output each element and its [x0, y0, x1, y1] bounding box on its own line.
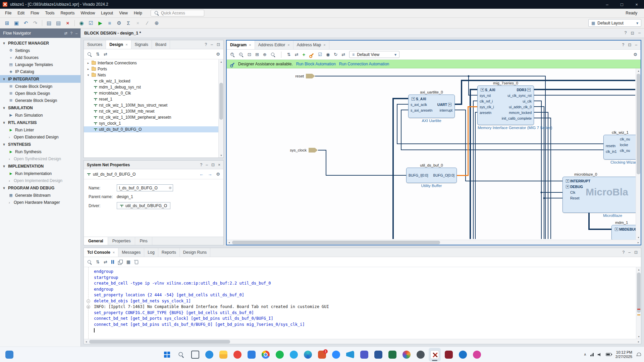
diagram-horizontal-scrollbar[interactable]: ◂ ▸	[227, 240, 641, 245]
expand-collapse-icon[interactable]: ⇅	[96, 259, 100, 264]
help-icon[interactable]: ?	[70, 31, 72, 36]
settings-gear-icon[interactable]: ⚙	[115, 19, 123, 27]
minimize-panel-icon[interactable]: –	[628, 250, 631, 255]
scrollbar-thumb[interactable]	[637, 74, 640, 174]
copy-icon[interactable]: ▤	[45, 19, 53, 27]
warning-marker[interactable]	[637, 314, 640, 315]
widgets-button[interactable]	[3, 348, 15, 361]
float-panel-icon[interactable]: ⊡	[217, 42, 220, 47]
fold-icon[interactable]	[87, 305, 90, 309]
scroll-left-arrow[interactable]: ◂	[84, 339, 89, 344]
flow-item-generate-block-design[interactable]: ⊞Generate Block Design	[0, 97, 80, 104]
pin-clk-out2[interactable]: clk_ou	[620, 148, 630, 153]
delete-icon[interactable]: ×	[63, 19, 72, 27]
validate-icon[interactable]: ☑	[87, 19, 95, 27]
name-input[interactable]	[119, 186, 167, 190]
twisty-icon[interactable]: ▸	[87, 61, 90, 65]
tree-net-item[interactable]: clk_wiz_1_locked	[84, 78, 218, 84]
onedrive-app[interactable]	[457, 348, 469, 361]
pin-bufg-i[interactable]: BUFG_I[0:0]	[409, 173, 428, 178]
close-icon[interactable]: ×	[113, 250, 115, 254]
menu-edit[interactable]: Edit	[14, 9, 28, 17]
pin-clk-ref-i[interactable]: clk_ref_i	[480, 99, 495, 104]
tab-board[interactable]: Board	[152, 40, 170, 49]
cancel-disabled-icon[interactable]: ×	[133, 19, 142, 27]
quartus-app[interactable]	[443, 348, 455, 361]
taskbar-search[interactable]	[175, 348, 187, 361]
search-icon[interactable]	[87, 52, 92, 57]
forward-arrow-icon[interactable]: →	[208, 172, 212, 177]
zoom-out-icon[interactable]: –	[239, 52, 244, 57]
tree-net-item[interactable]: rst_clk_wiz_1_100M_mb_reset	[84, 108, 218, 114]
minimize-panel-icon[interactable]: –	[211, 42, 213, 47]
help-icon[interactable]: ?	[205, 42, 207, 47]
float-panel-icon[interactable]: ⊡	[631, 31, 634, 36]
menu-tools[interactable]: Tools	[42, 9, 57, 17]
gear-icon[interactable]: ⚙	[633, 52, 637, 57]
help-icon[interactable]: ?	[622, 43, 625, 47]
pin-ui-clk-sync-rst[interactable]: ui_clk_sync_rst	[502, 94, 532, 98]
tab-design[interactable]: Design×	[106, 40, 131, 49]
tree-item-ports[interactable]: ▸Ports	[84, 66, 218, 72]
mail-app[interactable]: 1	[316, 348, 328, 361]
program-icon[interactable]: ≡	[105, 19, 114, 27]
maximize-button[interactable]: □	[614, 0, 629, 9]
expand-collapse-icon[interactable]: ⇅	[287, 52, 291, 57]
menu-help[interactable]: Help	[131, 9, 145, 17]
float-panel-icon[interactable]: ⊡	[211, 163, 215, 167]
network-icon[interactable]	[590, 353, 594, 356]
tree-net-item-selected[interactable]: util_ds_buf_0_BUFG_O	[84, 126, 218, 132]
validate-design-icon[interactable]: ☑	[318, 52, 322, 57]
tab-log[interactable]: Log	[144, 248, 158, 257]
flow-item-run-simulation[interactable]: ▶Run Simulation	[0, 112, 80, 119]
pin-clk-in1[interactable]: clk_in1	[606, 149, 617, 154]
back-arrow-icon[interactable]: ←	[199, 172, 204, 177]
fold-icon[interactable]	[87, 299, 90, 303]
excel-app[interactable]	[386, 348, 398, 361]
block-clk-wiz-1[interactable]: clk_wiz_1 resetn clk_in1 clk_ou locke	[603, 135, 636, 160]
tab-tcl-console[interactable]: Tcl Console×	[84, 248, 118, 257]
pin-init-calib-complete[interactable]: init_calib_complete	[502, 116, 532, 121]
block-util-ds-buf-0[interactable]: util_ds_buf_0 BUFG_I[0:0] BUFG_O[0:0] Ut…	[406, 168, 457, 183]
diagram-canvas[interactable]: reset sys_clock axi_uartlite_0 +S_AXI	[227, 68, 636, 240]
pin-s-axi-aresetn[interactable]: s_axi_aresetn	[411, 108, 432, 113]
flow-item-run-linter[interactable]: ▶Run Linter	[0, 126, 80, 133]
pin-ddr3[interactable]: DDR3+	[502, 88, 532, 92]
scrollbar-thumb[interactable]	[232, 241, 440, 244]
flow-section-synthesis[interactable]: ∨ SYNTHESIS	[0, 140, 80, 148]
flow-section-simulation[interactable]: ∨ SIMULATION	[0, 104, 80, 112]
tree-net-item[interactable]: sys_clock_1	[84, 120, 218, 126]
float-panel-icon[interactable]: ⊡	[634, 250, 638, 255]
edit-icon[interactable]: ∕	[143, 19, 152, 27]
pin-ui-addn-clk-0[interactable]: ui_addn_clk_0	[502, 105, 532, 109]
zoom-app[interactable]	[330, 348, 342, 361]
minimize-panel-icon[interactable]: –	[75, 31, 77, 36]
tree-net-item[interactable]: reset_1	[84, 96, 218, 102]
flow-section-ip-integrator[interactable]: ∨ IP INTEGRATOR	[0, 75, 80, 83]
pin-ui-clk[interactable]: ui_clk	[502, 99, 532, 104]
scroll-down-arrow[interactable]: ▾	[219, 153, 224, 158]
flow-item-create-block-design[interactable]: ⊞Create Block Design	[0, 83, 80, 90]
start-button[interactable]	[161, 348, 173, 361]
scroll-left-arrow[interactable]: ◂	[227, 240, 231, 245]
tcl-vertical-scrollbar[interactable]: ▴ ▾	[636, 267, 641, 339]
flow-item-run-synthesis[interactable]: ▶Run Synthesis	[0, 148, 80, 155]
float-panel-icon[interactable]: ⊡	[628, 43, 631, 47]
pin-s-axi[interactable]: +S_AXI	[480, 88, 495, 92]
run-connection-automation-link[interactable]: Run Connection Automation	[339, 62, 389, 66]
skype-app[interactable]	[288, 348, 300, 361]
dock-icon[interactable]: ⇄	[64, 31, 67, 36]
close-icon[interactable]: ×	[287, 43, 289, 47]
autofit-icon[interactable]: ⊕	[263, 52, 267, 57]
sources-vertical-scrollbar[interactable]: ▴ ▾	[218, 59, 223, 158]
zoom-in-icon[interactable]: +	[230, 52, 235, 57]
scroll-to-icon[interactable]: ⇄	[104, 52, 107, 57]
twisty-icon[interactable]: ▾	[87, 73, 90, 77]
scrollbar-thumb[interactable]	[219, 83, 223, 120]
help-icon[interactable]: ?	[200, 163, 203, 167]
scroll-right-arrow[interactable]: ▸	[636, 339, 641, 344]
flow-section-implementation[interactable]: ∨ IMPLEMENTATION	[0, 162, 80, 170]
color-sphere-app[interactable]	[400, 348, 413, 361]
tree-item-interface-connections[interactable]: ▸Interface Connections	[84, 60, 218, 66]
block-microblaze-0[interactable]: microblaze_0 +INTERRUPT +DEBUG Clk Reset	[562, 177, 636, 213]
